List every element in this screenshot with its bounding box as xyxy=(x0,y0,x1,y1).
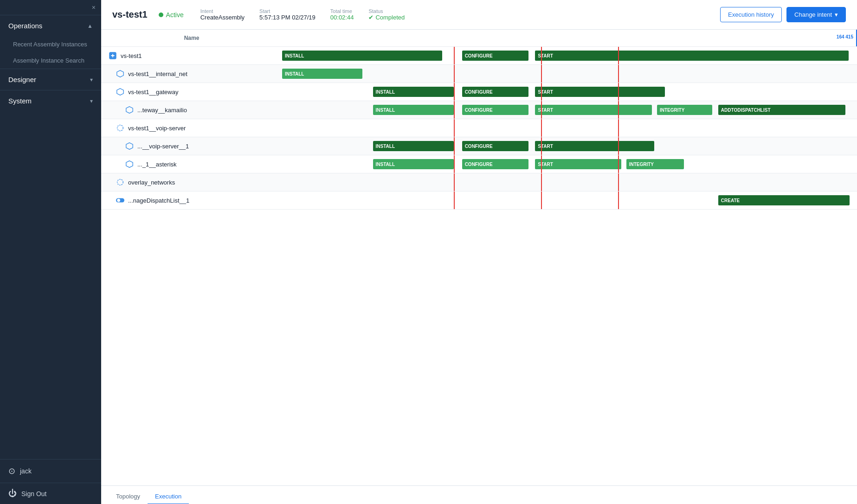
total-time-label: Total time xyxy=(330,8,354,14)
table-row: vs-test1INSTALLCONFIGURESTART xyxy=(101,47,857,65)
gantt-bar-configure[interactable]: CONFIGURE xyxy=(462,141,528,151)
tab-execution[interactable]: Execution xyxy=(148,489,189,504)
vertical-dependency-line xyxy=(541,83,542,101)
sidebar-system-header[interactable]: System ▾ xyxy=(0,90,101,111)
gantt-bar-install[interactable]: INSTALL xyxy=(373,159,454,169)
gantt-bar-integrity[interactable]: INTEGRITY xyxy=(626,159,684,169)
table-row: vs-test1__voip-server xyxy=(101,119,857,137)
vertical-dependency-line xyxy=(541,137,542,155)
gantt-bar-start[interactable]: START xyxy=(535,159,621,169)
row-name-cell: overlay_networks xyxy=(101,173,282,191)
row-name-cell: vs-test1__internal_net xyxy=(101,65,282,83)
vertical-dependency-line xyxy=(618,119,619,137)
status-active-label: Active xyxy=(166,11,184,19)
row-name-cell: ...teway__kamailio xyxy=(101,101,282,119)
gantt-bar-cell: CREATE xyxy=(282,191,857,210)
signout-button[interactable]: ⏻ Sign Out xyxy=(0,483,101,504)
vertical-dependency-line xyxy=(454,83,455,101)
gantt-bar-configure[interactable]: CONFIGURE xyxy=(462,105,528,115)
vertical-dependency-line xyxy=(454,101,455,119)
row-name-cell: ...__voip-server__1 xyxy=(101,137,282,155)
vertical-dependency-line xyxy=(454,119,455,137)
component-icon xyxy=(116,70,124,78)
gantt-bar-start[interactable]: START xyxy=(535,141,654,151)
toggle-icon xyxy=(116,196,124,204)
gantt-bar-cell: INSTALL xyxy=(282,65,857,83)
vertical-dependency-line xyxy=(454,173,455,191)
sidebar-designer-header[interactable]: Designer ▾ xyxy=(0,69,101,90)
gantt-bar-cell: INSTALLCONFIGURESTART xyxy=(282,137,857,155)
component-hex-icon xyxy=(125,142,134,150)
start-value: 5:57:13 PM 02/27/19 xyxy=(259,14,316,21)
row-label: ...nageDispatchList__1 xyxy=(128,197,189,204)
vertical-dependency-line xyxy=(541,155,542,173)
status-completed-value: ✔ Completed xyxy=(368,14,405,21)
gantt-bar-install[interactable]: INSTALL xyxy=(282,69,362,79)
gantt-bar-install[interactable]: INSTALL xyxy=(282,51,442,61)
assembly-sub-icon xyxy=(116,124,124,132)
svg-marker-2 xyxy=(117,89,123,95)
sidebar-bottom: ⊙ jack ⏻ Sign Out xyxy=(0,459,101,504)
intent-value: CreateAssembly xyxy=(200,14,245,21)
gantt-bar-start[interactable]: START xyxy=(535,51,849,61)
page-title: vs-test1 xyxy=(112,9,148,20)
table-row: ..._1__asteriskINSTALLCONFIGURESTARTINTE… xyxy=(101,155,857,173)
vertical-dependency-line xyxy=(541,47,542,64)
gantt-bar-create[interactable]: CREATE xyxy=(718,195,850,205)
component-hex-icon xyxy=(125,160,134,168)
gantt-bar-configure[interactable]: CONFIGURE xyxy=(462,87,528,97)
vertical-dependency-line xyxy=(618,137,619,155)
svg-marker-1 xyxy=(117,70,123,77)
dropdown-chevron-icon: ▾ xyxy=(835,11,838,18)
sidebar-section-system: System ▾ xyxy=(0,90,101,111)
tab-topology[interactable]: Topology xyxy=(109,489,148,504)
sidebar-operations-header[interactable]: Operations ▲ xyxy=(0,15,101,36)
timeline-header-cell: 164 415 xyxy=(282,30,857,47)
header-meta: Intent CreateAssembly Start 5:57:13 PM 0… xyxy=(200,8,405,21)
execution-history-button[interactable]: Execution history xyxy=(720,7,782,22)
svg-marker-5 xyxy=(126,143,133,149)
sidebar-section-designer: Designer ▾ xyxy=(0,69,101,90)
gantt-bar-start[interactable]: START xyxy=(535,87,665,97)
chevron-down-icon: ▾ xyxy=(90,77,93,83)
sidebar-user: ⊙ jack xyxy=(0,459,101,483)
gantt-bar-integrity[interactable]: INTEGRITY xyxy=(657,105,712,115)
sidebar-close-button[interactable]: × xyxy=(0,0,101,15)
timeline-area[interactable]: Name 164 415 vs-test1INSTALLCONFIGURESTA… xyxy=(101,30,857,485)
gantt-bar-install[interactable]: INSTALL xyxy=(373,141,454,151)
chevron-down-icon-2: ▾ xyxy=(90,98,93,104)
sidebar-item-recent-assembly[interactable]: Recent Assembly Instances xyxy=(0,36,101,52)
gantt-bar-install[interactable]: INSTALL xyxy=(373,87,454,97)
gantt-bar-configure[interactable]: CONFIGURE xyxy=(462,159,528,169)
table-row: vs-test1__gatewayINSTALLCONFIGURESTART xyxy=(101,83,857,101)
total-time-value: 00:02:44 xyxy=(330,14,354,21)
intent-meta: Intent CreateAssembly xyxy=(200,8,245,21)
vertical-dependency-line xyxy=(541,119,542,137)
vertical-dependency-line xyxy=(541,65,542,83)
header: vs-test1 Active Intent CreateAssembly St… xyxy=(101,0,857,30)
vertical-dependency-line xyxy=(618,191,619,209)
row-name-cell: ..._1__asterisk xyxy=(101,155,282,173)
vertical-dependency-line xyxy=(541,173,542,191)
gantt-bar-start[interactable]: START xyxy=(535,105,652,115)
change-intent-button[interactable]: Change intent ▾ xyxy=(786,7,846,22)
sidebar-item-assembly-search[interactable]: Assembly Instance Search xyxy=(0,52,101,69)
table-row: vs-test1__internal_netINSTALL xyxy=(101,65,857,83)
row-label: vs-test1__internal_net xyxy=(128,70,187,77)
gantt-bar-cell: INSTALLCONFIGURESTARTINTEGRITY xyxy=(282,155,857,173)
sidebar-designer-label: Designer xyxy=(8,76,36,83)
table-row: ...nageDispatchList__1CREATE xyxy=(101,191,857,210)
vertical-dependency-line xyxy=(618,101,619,119)
component-hex-icon xyxy=(125,106,134,114)
user-icon: ⊙ xyxy=(8,466,15,476)
status-header-label: Status xyxy=(368,8,405,14)
svg-point-7 xyxy=(117,179,123,185)
check-icon: ✔ xyxy=(368,14,374,21)
vertical-dependency-line xyxy=(454,155,455,173)
timeline-table: Name 164 415 vs-test1INSTALLCONFIGURESTA… xyxy=(101,30,857,210)
gantt-bar-install[interactable]: INSTALL xyxy=(373,105,454,115)
gantt-bar-configure[interactable]: CONFIGURE xyxy=(462,51,528,61)
name-column-header: Name xyxy=(101,30,282,47)
gantt-bar-addtodispatchlist[interactable]: ADDTODISPATCHLIST xyxy=(718,105,845,115)
svg-point-4 xyxy=(117,125,123,131)
